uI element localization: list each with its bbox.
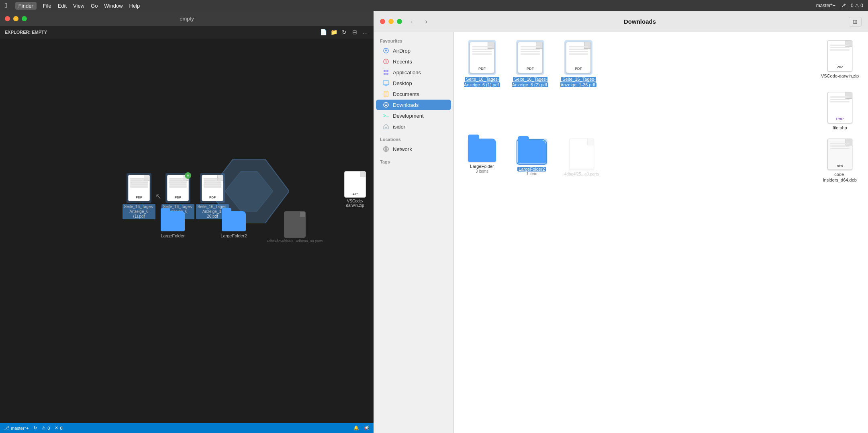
statusbar-notification-icon[interactable]: 🔔	[353, 425, 359, 431]
more-actions-icon[interactable]: …	[361, 29, 369, 36]
statusbar-warnings[interactable]: ⚠ 0	[42, 425, 50, 431]
menubar-branch: master*+	[816, 3, 835, 8]
sidebar-item-development[interactable]: Development	[376, 110, 451, 121]
sidebar-item-documents[interactable]: Documents	[376, 89, 451, 99]
php-file[interactable]: PHP file.php	[370, 211, 374, 243]
minimize-button[interactable]	[13, 16, 18, 21]
new-folder-icon[interactable]: 📁	[330, 29, 337, 36]
sidebar-item-isidor[interactable]: isidor	[376, 121, 451, 132]
refresh-icon[interactable]: ↻	[341, 29, 348, 36]
svg-rect-9	[383, 81, 389, 85]
favourites-label: Favourites	[374, 37, 453, 45]
finder-pdf1-icon	[470, 42, 494, 73]
traffic-lights	[5, 16, 27, 21]
collapse-icon[interactable]: ⊟	[351, 29, 358, 36]
finder-title: Downloads	[436, 18, 844, 25]
menubar-right: master*+ ⎇ 0 ⚠ 0	[816, 3, 863, 8]
finder-zip[interactable]: ZIP VSCode-darwin.zip	[820, 40, 860, 88]
pdf-icon-2	[167, 175, 189, 201]
finder-php[interactable]: PHP file.php	[820, 92, 860, 131]
network-label: Network	[393, 146, 412, 152]
sidebar-item-airdrop[interactable]: AirDrop	[376, 45, 451, 56]
finder-content: Seite_16_Tages-Anzeige_6 (1).pdf	[454, 32, 868, 433]
sidebar-item-network[interactable]: Network	[376, 144, 451, 154]
sidebar-item-applications[interactable]: Applications	[376, 67, 451, 78]
large-folder[interactable]: LargeFolder	[157, 211, 189, 243]
php-file-area: PHP file.php	[370, 211, 374, 243]
finder-largefolder2[interactable]: LargeFolder2 1 item	[512, 139, 552, 183]
finder-pdf3-highlight	[564, 40, 592, 75]
zip-file-icon: ZIP	[344, 171, 366, 198]
deb-text: DEB	[837, 165, 843, 167]
isidor-label: isidor	[393, 124, 405, 130]
right-files: ZIP VSCode-darwin.zip	[339, 171, 371, 208]
finder-pdf1[interactable]: Seite_16_Tages-Anzeige_6 (1).pdf	[462, 40, 502, 88]
finder-content-row2: PHP file.php	[462, 92, 860, 131]
finder-pdf3-label: Seite_16_Tages-Anzeige_1-26.pdf	[558, 76, 598, 88]
network-icon	[382, 145, 390, 153]
finder-pdf1-label: Seite_16_Tages-Anzeige_6 (1).pdf	[462, 76, 502, 88]
finder-pdf2-label: Seite_16_Tages-Anzeige_6 (2).pdf	[510, 76, 550, 88]
finder-view-options-button[interactable]: ⊞	[849, 17, 862, 27]
new-file-icon[interactable]: 📄	[320, 29, 327, 36]
finder-maximize-button[interactable]	[397, 19, 402, 24]
finder-partial: 4dbe4f25...a0.parts	[562, 139, 602, 183]
drag-file-1-label: Seite_16_Tages-Anzeige_6 (1).pdf	[123, 204, 155, 219]
svg-rect-7	[384, 73, 386, 75]
statusbar-errors[interactable]: ✕ 0	[55, 425, 62, 431]
vscode-content: Seite_16_Tages-Anzeige_6 (1).pdf ↖	[0, 39, 374, 423]
menubar-view[interactable]: View	[73, 3, 84, 9]
drag-file-1[interactable]: Seite_16_Tages-Anzeige_6 (1).pdf	[123, 173, 155, 219]
finder-minimize-button[interactable]	[388, 19, 394, 24]
finder-php-label: file.php	[833, 125, 847, 131]
sidebar-item-recents[interactable]: Recents	[376, 56, 451, 67]
pdf-icon-3	[202, 175, 223, 201]
svg-point-3	[385, 50, 387, 51]
statusbar-branch[interactable]: ⎇ master*+	[4, 425, 29, 431]
menubar-file[interactable]: File	[43, 3, 51, 9]
statusbar-broadcast-icon[interactable]: 📢	[364, 425, 370, 431]
partial-file: 4dbe4f254fd669...4dbe8a_a0.parts	[279, 211, 311, 243]
finder-largefolder2-label: LargeFolder2	[517, 167, 546, 172]
sidebar-item-desktop[interactable]: Desktop	[376, 78, 451, 88]
finder-partial-label: 4dbe4f25...a0.parts	[564, 172, 599, 177]
menubar-window[interactable]: Window	[104, 3, 123, 9]
finder-forward-button[interactable]: ›	[421, 17, 431, 27]
error-icon: ✕	[55, 425, 58, 431]
finder-close-button[interactable]	[380, 19, 385, 24]
finder-deb[interactable]: DEB code-insiders_d64.deb	[820, 139, 860, 183]
mouse-cursor: ↖	[155, 192, 161, 201]
finder-main: Favourites AirDrop	[374, 32, 868, 433]
close-button[interactable]	[5, 16, 10, 21]
finder-pdf3-icon	[566, 42, 591, 73]
statusbar-sync[interactable]: ↻	[33, 425, 37, 431]
finder-largefolder2-count: 1 item	[526, 172, 537, 176]
menubar-edit[interactable]: Edit	[58, 3, 67, 9]
folders-group: LargeFolder LargeFolder2 4dbe4f254fd669.…	[157, 211, 311, 243]
finder-deb-label: code-insiders_d64.deb	[820, 172, 860, 183]
finder-zip-label: VSCode-darwin.zip	[821, 73, 859, 79]
apple-menu-icon[interactable]: 	[5, 2, 7, 9]
menubar-help[interactable]: Help	[129, 3, 140, 9]
finder-pdf3-label-text: Seite_16_Tages-Anzeige_1-26.pdf	[560, 77, 596, 87]
menubar-finder[interactable]: Finder	[15, 2, 37, 10]
large-folder2[interactable]: LargeFolder2	[218, 211, 250, 243]
documents-icon	[382, 90, 390, 98]
menubar-status-counts: 0 ⚠ 0	[851, 3, 863, 8]
zip-text: ZIP	[837, 65, 843, 69]
finder-largefolder2-highlight	[516, 139, 547, 165]
sidebar-item-downloads[interactable]: Downloads	[376, 100, 451, 110]
finder-pdf2[interactable]: Seite_16_Tages-Anzeige_6 (2).pdf	[510, 40, 550, 88]
svg-rect-5	[384, 70, 386, 72]
finder-back-button[interactable]: ‹	[407, 17, 417, 27]
finder-largefolder[interactable]: LargeFolder 3 items	[462, 139, 502, 183]
zip-file[interactable]: ZIP VSCode-darwin.zip	[339, 171, 371, 208]
finder-pdf3[interactable]: Seite_16_Tages-Anzeige_1-26.pdf	[558, 40, 598, 88]
menubar-go[interactable]: Go	[91, 3, 98, 9]
maximize-button[interactable]	[22, 16, 27, 21]
large-folder-icon	[161, 211, 185, 231]
partial-file-label: 4dbe4f254fd669...4dbe8a_a0.parts	[267, 239, 323, 243]
vscode-statusbar: ⎇ master*+ ↻ ⚠ 0 ✕ 0 🔔 📢	[0, 423, 374, 433]
finder-pdf1-highlight	[468, 40, 496, 75]
finder-php-icon: PHP	[827, 92, 852, 123]
